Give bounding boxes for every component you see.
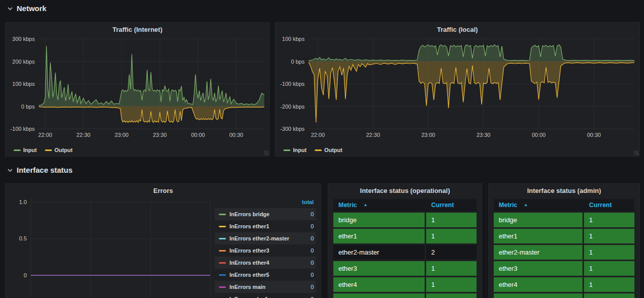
table-row: ether51 [494, 293, 634, 298]
legend-series-label: Input [293, 147, 307, 153]
metric-cell: ether3 [494, 261, 582, 276]
metric-cell: ether4 [333, 277, 425, 292]
panel-resize-handle[interactable] [634, 151, 638, 155]
column-header-current[interactable]: Current [426, 199, 477, 211]
chevron-down-icon [7, 6, 13, 12]
errors-legend-row[interactable]: InErrors ether40 [215, 257, 316, 269]
table-row: ether11 [494, 229, 634, 243]
legend-series-total: 0 [311, 211, 314, 217]
legend-series-dash-icon [219, 274, 226, 276]
svg-text:22:30: 22:30 [366, 132, 380, 138]
panel-title-traffic-local[interactable]: Traffic (local) [275, 23, 639, 36]
legend-series-label: InErrors ether3 [229, 247, 311, 254]
table-row: ether11 [333, 229, 477, 243]
panel-title-status-operational[interactable]: Interface status (operational) [328, 184, 482, 197]
legend-series-label: InErrors ether5 [229, 272, 311, 278]
legend-series-dash-icon [219, 226, 226, 227]
current-value-cell: 1 [584, 261, 634, 276]
column-header-metric[interactable]: Metric▲ [333, 199, 425, 211]
panel-title-status-admin[interactable]: Interface status (admin) [489, 184, 639, 197]
table-row: ether31 [333, 261, 477, 276]
column-header-current[interactable]: Current [584, 199, 634, 211]
legend-series-dash-icon [14, 150, 21, 151]
metric-cell: ether3 [333, 261, 425, 276]
panel-resize-handle[interactable] [264, 151, 268, 155]
errors-chart[interactable]: 1.00.50 [6, 198, 213, 298]
svg-text:300 kbps: 300 kbps [12, 36, 35, 42]
current-value-cell: 1 [426, 293, 477, 298]
svg-text:23:30: 23:30 [153, 132, 167, 138]
metric-cell: ether2-master [494, 245, 582, 260]
metric-cell: ether5 [333, 293, 425, 298]
legend-item-output[interactable]: Output [315, 147, 342, 153]
section-interface-status[interactable]: Interface status [7, 166, 73, 174]
svg-text:00:00: 00:00 [191, 132, 205, 138]
legend-series-dash-icon [283, 150, 290, 151]
current-value-cell: 1 [426, 229, 477, 243]
errors-legend-row[interactable]: InErrors ether50 [215, 269, 316, 281]
svg-text:22:30: 22:30 [77, 132, 91, 138]
current-value-cell: 2 [426, 245, 477, 260]
errors-legend: total InErrors bridge0InErrors ether10In… [215, 199, 316, 298]
errors-legend-row[interactable]: InErrors wlan10 [215, 293, 316, 298]
table-row: bridge1 [494, 213, 634, 227]
errors-legend-row[interactable]: InErrors ether2-master0 [215, 232, 316, 244]
errors-legend-rows: InErrors bridge0InErrors ether10InErrors… [215, 208, 316, 298]
errors-legend-total-header[interactable]: total [215, 199, 316, 208]
grafana-dashboard: { "sections": { "network": {"title": "Ne… [0, 0, 644, 298]
svg-text:0: 0 [24, 272, 27, 278]
metric-cell: ether1 [494, 229, 582, 243]
svg-text:0 bps: 0 bps [291, 59, 305, 65]
legend-series-total: 0 [311, 272, 314, 278]
legend-series-total: 0 [311, 284, 314, 290]
errors-legend-row[interactable]: InErrors ether30 [215, 244, 316, 257]
legend-item-output[interactable]: Output [45, 147, 73, 153]
panel-title-errors[interactable]: Errors [6, 184, 321, 197]
status-admin-table: Metric▲Currentbridge1ether11ether2-maste… [494, 199, 634, 298]
current-value-cell: 1 [584, 213, 634, 227]
legend-series-total: 0 [311, 235, 314, 241]
column-header-metric[interactable]: Metric▲ [494, 199, 582, 211]
status-operational-table: Metric▲Currentbridge1ether11ether2-maste… [333, 199, 477, 298]
legend-series-label: InErrors bridge [229, 211, 311, 217]
svg-text:100 kbps: 100 kbps [12, 81, 35, 87]
svg-text:-300 kbps: -300 kbps [280, 126, 305, 132]
svg-text:00:30: 00:30 [587, 132, 601, 138]
table-header-row: Metric▲Current [333, 199, 477, 211]
panel-status-admin: Metric▲Currentbridge1ether11ether2-maste… [488, 183, 640, 298]
current-value-cell: 1 [426, 213, 477, 227]
svg-text:22:00: 22:00 [38, 132, 52, 138]
legend-series-label: InErrors wlan1 [229, 296, 311, 298]
section-network-label: Network [17, 4, 46, 13]
traffic-local-chart[interactable]: 22:0022:3023:0023:3000:0000:30100 kbps0 … [275, 36, 639, 141]
table-row: ether41 [494, 277, 634, 292]
legend-series-label: Output [324, 147, 342, 153]
legend-series-dash-icon [219, 214, 226, 215]
table-header-row: Metric▲Current [494, 199, 634, 211]
svg-text:-200 kbps: -200 kbps [280, 104, 305, 110]
panel-title-traffic-internet[interactable]: Traffic (Internet) [6, 23, 269, 36]
svg-text:0.5: 0.5 [19, 235, 27, 241]
current-value-cell: 1 [426, 277, 477, 292]
errors-legend-row[interactable]: InErrors bridge0 [215, 208, 316, 220]
metric-cell: ether4 [494, 277, 582, 292]
errors-legend-row[interactable]: InErrors main0 [215, 281, 316, 293]
metric-cell: ether5 [494, 293, 582, 298]
current-value-cell: 1 [584, 277, 634, 292]
current-value-cell: 1 [584, 229, 634, 243]
table-row: ether31 [494, 261, 634, 276]
section-network[interactable]: Network [7, 4, 46, 13]
traffic-internet-chart[interactable]: 22:0022:3023:0023:3000:0000:30300 kbps20… [6, 36, 269, 141]
legend-item-input[interactable]: Input [14, 147, 37, 153]
current-value-cell: 1 [584, 293, 634, 298]
svg-text:22:00: 22:00 [311, 132, 325, 138]
panel-traffic-internet: Traffic (Internet) 22:0022:3023:0023:300… [5, 22, 270, 157]
traffic-internet-legend: InputOutput [14, 147, 73, 153]
panel-errors: Errors 1.00.50 total InErrors bridge0InE… [5, 183, 321, 298]
svg-text:23:00: 23:00 [114, 132, 129, 138]
legend-item-input[interactable]: Input [283, 147, 307, 153]
errors-legend-row[interactable]: InErrors ether10 [215, 220, 316, 232]
sort-asc-icon: ▲ [359, 203, 368, 207]
chevron-down-icon [7, 167, 13, 173]
table-row: ether51 [333, 293, 477, 298]
